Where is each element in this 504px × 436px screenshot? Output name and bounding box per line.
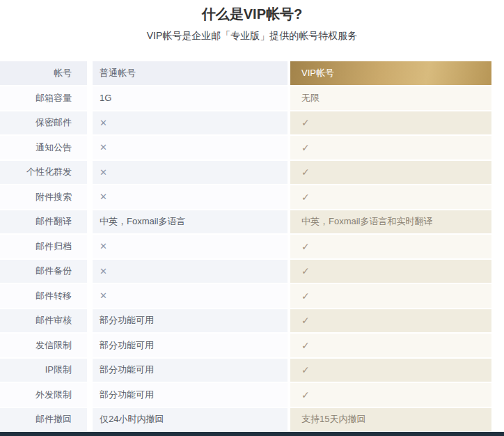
check-icon: ✓: [301, 142, 310, 153]
check-icon: ✓: [301, 192, 310, 203]
normal-value-text: 1G: [100, 93, 111, 103]
page-subtitle: VIP帐号是企业邮「专业版」提供的帐号特权服务: [0, 29, 504, 42]
table-row: IP限制 部分功能可用 ✓: [0, 359, 491, 384]
feature-label: 保密邮件: [0, 111, 93, 137]
feature-label: 外发限制: [0, 383, 93, 408]
normal-value-text: 部分功能可用: [100, 364, 154, 375]
cross-icon: ✕: [100, 266, 107, 277]
check-icon: ✓: [301, 315, 310, 326]
check-icon: ✓: [301, 389, 310, 400]
vip-account-cell: ✓: [290, 185, 491, 210]
table-header-row: 帐号 普通帐号 VIP帐号: [0, 61, 491, 86]
cross-icon: ✕: [100, 290, 107, 301]
feature-label: 附件搜索: [0, 185, 93, 210]
vip-account-cell: ✓: [290, 136, 491, 161]
check-icon: ✓: [301, 166, 310, 178]
cross-icon: ✕: [100, 192, 107, 202]
normal-value-text: 部分功能可用: [100, 315, 154, 325]
comparison-table-body: 邮箱容量 1G 无限 保密邮件 ✕ ✓ 通知公告 ✕ ✓ 个性化群发 ✕ ✓ 附…: [0, 86, 491, 433]
check-icon: ✓: [301, 364, 310, 375]
vip-account-cell: 中英，Foxmail多语言和实时翻译: [290, 210, 491, 235]
vip-value-text: 中英，Foxmail多语言和实时翻译: [301, 216, 433, 226]
feature-label: 邮箱容量: [0, 86, 93, 111]
check-icon: ✓: [301, 265, 310, 277]
check-icon: ✓: [301, 290, 310, 302]
normal-account-cell: ✕: [93, 161, 290, 186]
table-row: 邮件归档 ✕ ✓: [0, 235, 491, 260]
table-row: 邮件撤回 仅24小时内撤回 支持15天内撤回: [0, 408, 491, 433]
page-title: 什么是VIP帐号?: [0, 0, 504, 23]
check-icon: ✓: [301, 241, 310, 252]
normal-value-text: 部分功能可用: [100, 389, 154, 400]
normal-account-cell: 1G: [93, 86, 290, 111]
table-row: 邮件备份 ✕ ✓: [0, 260, 491, 285]
feature-label: 邮件归档: [0, 235, 93, 260]
feature-label: 邮件备份: [0, 260, 93, 285]
table-row: 邮件转移 ✕ ✓: [0, 284, 491, 309]
cross-icon: ✕: [100, 241, 107, 251]
normal-account-cell: ✕: [93, 136, 290, 161]
normal-account-cell: 部分功能可用: [93, 334, 290, 359]
vip-account-info-page: 什么是VIP帐号? VIP帐号是企业邮「专业版」提供的帐号特权服务 帐号 普通帐…: [0, 0, 504, 42]
feature-label: 发信限制: [0, 334, 93, 359]
normal-account-cell: ✕: [93, 260, 290, 285]
feature-label: 邮件审核: [0, 309, 93, 334]
cross-icon: ✕: [100, 142, 107, 153]
bottom-dark-bar: [0, 432, 504, 436]
vip-value-text: 支持15天内撤回: [301, 414, 365, 424]
vip-account-cell: ✓: [290, 309, 491, 334]
feature-label: 邮件撤回: [0, 408, 93, 433]
vip-account-cell: ✓: [290, 284, 491, 309]
table-row: 通知公告 ✕ ✓: [0, 136, 491, 161]
table-row: 外发限制 部分功能可用 ✓: [0, 383, 491, 408]
table-row: 保密邮件 ✕ ✓: [0, 111, 491, 137]
cross-icon: ✕: [100, 167, 107, 178]
feature-label: IP限制: [0, 359, 93, 384]
normal-value-text: 部分功能可用: [100, 340, 154, 350]
normal-account-cell: 中英，Foxmail多语言: [93, 210, 290, 235]
table-row: 邮箱容量 1G 无限: [0, 86, 491, 111]
table-row: 邮件翻译 中英，Foxmail多语言 中英，Foxmail多语言和实时翻译: [0, 210, 491, 235]
vip-account-cell: ✓: [290, 383, 491, 408]
vip-account-cell: ✓: [290, 359, 491, 384]
check-icon: ✓: [301, 117, 310, 128]
feature-label: 邮件转移: [0, 284, 93, 309]
vip-account-cell: ✓: [290, 235, 491, 260]
normal-value-text: 中英，Foxmail多语言: [100, 216, 186, 226]
check-icon: ✓: [301, 340, 310, 351]
normal-account-cell: 部分功能可用: [93, 309, 290, 334]
vip-account-cell: ✓: [290, 161, 491, 186]
header-cell-vip-account: VIP帐号: [290, 61, 491, 86]
vip-account-cell: ✓: [290, 111, 491, 137]
vip-account-cell: ✓: [290, 260, 491, 285]
vip-account-cell: ✓: [290, 334, 491, 359]
normal-account-cell: 仅24小时内撤回: [93, 408, 290, 433]
vip-account-cell: 无限: [290, 86, 491, 111]
normal-value-text: 仅24小时内撤回: [100, 414, 164, 424]
header-cell-feature: 帐号: [0, 61, 93, 86]
table-row: 个性化群发 ✕ ✓: [0, 161, 491, 186]
vip-value-text: 无限: [301, 93, 320, 103]
normal-account-cell: ✕: [93, 235, 290, 260]
header-cell-normal-account: 普通帐号: [93, 61, 290, 86]
table-row: 附件搜索 ✕ ✓: [0, 185, 491, 210]
normal-account-cell: ✕: [93, 185, 290, 210]
feature-label: 个性化群发: [0, 161, 93, 186]
table-row: 发信限制 部分功能可用 ✓: [0, 334, 491, 359]
vip-account-cell: 支持15天内撤回: [290, 408, 491, 433]
normal-account-cell: 部分功能可用: [93, 383, 290, 408]
feature-label: 邮件翻译: [0, 210, 93, 235]
normal-account-cell: 部分功能可用: [93, 359, 290, 384]
feature-label: 通知公告: [0, 136, 93, 161]
cross-icon: ✕: [100, 118, 107, 128]
account-comparison-table: 帐号 普通帐号 VIP帐号 邮箱容量 1G 无限 保密邮件 ✕ ✓ 通知公告 ✕…: [0, 61, 491, 433]
normal-account-cell: ✕: [93, 284, 290, 309]
normal-account-cell: ✕: [93, 111, 290, 137]
table-row: 邮件审核 部分功能可用 ✓: [0, 309, 491, 334]
